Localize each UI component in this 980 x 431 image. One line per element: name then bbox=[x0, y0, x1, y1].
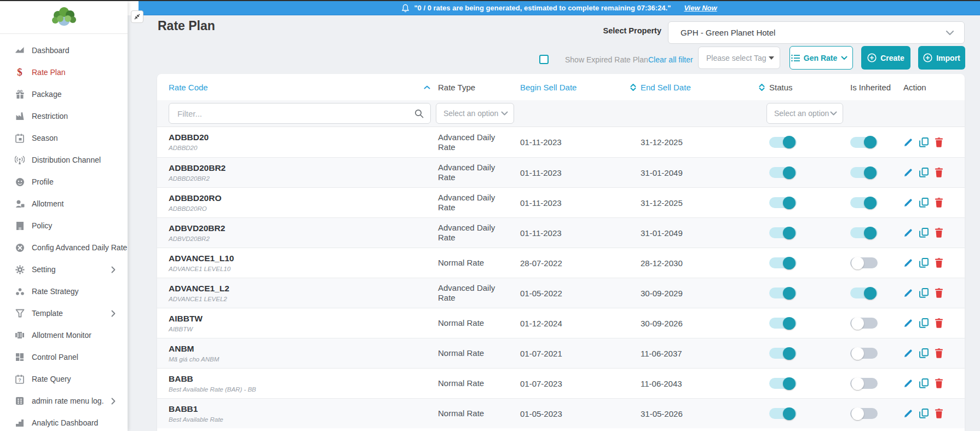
sidebar-item-label: Distribution Channel bbox=[32, 156, 101, 164]
gen-rate-button[interactable]: Gen Rate bbox=[789, 46, 853, 70]
delete-icon[interactable] bbox=[935, 378, 943, 388]
sidebar-item-policy[interactable]: Policy bbox=[0, 215, 128, 237]
column-header-is-inherited[interactable]: Is Inherited bbox=[850, 83, 903, 92]
edit-icon[interactable] bbox=[903, 198, 913, 208]
sidebar-item-rate-query[interactable]: ?Rate Query bbox=[0, 368, 128, 390]
status-toggle[interactable] bbox=[769, 408, 797, 419]
sidebar-item-config-advanced-daily-rate[interactable]: Config Advanced Daily Rate bbox=[0, 237, 128, 258]
edit-icon[interactable] bbox=[903, 378, 913, 388]
is-inherited-toggle[interactable] bbox=[850, 257, 878, 268]
gift-icon bbox=[15, 89, 25, 99]
status-toggle[interactable] bbox=[769, 227, 797, 238]
sidebar-item-package[interactable]: Package bbox=[0, 83, 128, 105]
copy-icon[interactable] bbox=[919, 378, 929, 388]
clear-all-filter-link[interactable]: Clear all filter bbox=[648, 55, 693, 64]
delete-icon[interactable] bbox=[935, 198, 943, 208]
panel-icon bbox=[15, 352, 25, 362]
sidebar-item-season[interactable]: Season bbox=[0, 127, 128, 149]
sidebar-collapse-button[interactable] bbox=[131, 10, 143, 23]
is-inherited-toggle[interactable] bbox=[850, 227, 878, 238]
column-header-status[interactable]: Status bbox=[769, 83, 850, 92]
show-expired-checkbox[interactable] bbox=[539, 55, 549, 64]
status-toggle[interactable] bbox=[769, 348, 797, 359]
delete-icon[interactable] bbox=[935, 137, 943, 147]
create-button[interactable]: Create bbox=[861, 46, 910, 70]
sidebar-item-setting[interactable]: Setting bbox=[0, 258, 128, 280]
column-header-rate-code[interactable]: Rate Code bbox=[169, 83, 438, 92]
sidebar-item-dashboard[interactable]: Dashboard bbox=[0, 39, 128, 61]
sidebar-item-profile[interactable]: Profile bbox=[0, 171, 128, 193]
edit-icon[interactable] bbox=[903, 168, 913, 177]
copy-icon[interactable] bbox=[919, 409, 929, 418]
edit-icon[interactable] bbox=[903, 409, 913, 418]
copy-icon[interactable] bbox=[919, 288, 929, 298]
sidebar-item-distribution-channel[interactable]: Distribution Channel bbox=[0, 149, 128, 171]
copy-icon[interactable] bbox=[919, 198, 929, 208]
sidebar-item-allotment[interactable]: Allotment bbox=[0, 193, 128, 215]
delete-icon[interactable] bbox=[935, 168, 943, 177]
column-header-rate-type[interactable]: Rate Type bbox=[438, 83, 520, 92]
rate-type-filter-select[interactable]: Select an option bbox=[436, 103, 514, 124]
edit-icon[interactable] bbox=[903, 258, 913, 268]
is-inherited-toggle[interactable] bbox=[850, 197, 878, 208]
sidebar-item-template[interactable]: Template bbox=[0, 302, 128, 324]
edit-icon[interactable] bbox=[903, 228, 913, 238]
delete-icon[interactable] bbox=[935, 228, 943, 238]
is-inherited-toggle[interactable] bbox=[850, 348, 878, 359]
status-toggle[interactable] bbox=[769, 257, 797, 268]
copy-icon[interactable] bbox=[919, 228, 929, 238]
column-header-begin-sell-date[interactable]: Begin Sell Date bbox=[520, 83, 641, 92]
sort-both-icon[interactable] bbox=[759, 84, 765, 91]
sidebar-item-analytic-dashboard[interactable]: Analytic Dashboard bbox=[0, 412, 128, 431]
is-inherited-toggle[interactable] bbox=[850, 167, 878, 178]
status-toggle[interactable] bbox=[769, 137, 797, 148]
edit-icon[interactable] bbox=[903, 348, 913, 358]
status-toggle[interactable] bbox=[769, 197, 797, 208]
copy-icon[interactable] bbox=[919, 318, 929, 328]
view-now-link[interactable]: View Now bbox=[684, 4, 717, 12]
import-button[interactable]: Import bbox=[918, 46, 965, 70]
delete-icon[interactable] bbox=[935, 409, 943, 418]
column-header-end-sell-date[interactable]: End Sell Date bbox=[641, 83, 769, 92]
property-select[interactable]: GPH - Green Planet Hotel bbox=[668, 21, 965, 44]
broadcast-icon bbox=[15, 155, 25, 165]
status-toggle[interactable] bbox=[769, 167, 797, 178]
edit-icon[interactable] bbox=[903, 288, 913, 298]
status-filter-select[interactable]: Select an option bbox=[766, 103, 843, 124]
rate-code: BABB bbox=[169, 373, 438, 384]
copy-icon[interactable] bbox=[919, 168, 929, 177]
edit-icon[interactable] bbox=[903, 137, 913, 147]
is-inherited-toggle[interactable] bbox=[850, 318, 878, 329]
sidebar-item-label: Config Advanced Daily Rate bbox=[32, 243, 127, 252]
sidebar-item-admin-rate-menu-log-[interactable]: admin rate menu log. bbox=[0, 390, 128, 412]
rate-code-filter-input[interactable]: Filter... bbox=[169, 103, 431, 124]
copy-icon[interactable] bbox=[919, 258, 929, 268]
delete-icon[interactable] bbox=[935, 318, 943, 328]
logo[interactable] bbox=[0, 1, 128, 34]
sidebar-item-rate-strategy[interactable]: Rate Strategy bbox=[0, 280, 128, 302]
tag-select[interactable]: Please select Tag bbox=[698, 47, 780, 69]
sort-both-icon[interactable] bbox=[630, 84, 636, 91]
sidebar-item-control-panel[interactable]: Control Panel bbox=[0, 346, 128, 368]
sidebar-item-rate-plan[interactable]: $Rate Plan bbox=[0, 61, 128, 83]
status-toggle[interactable] bbox=[769, 288, 797, 298]
delete-icon[interactable] bbox=[935, 288, 943, 298]
is-inherited-toggle[interactable] bbox=[850, 137, 878, 148]
delete-icon[interactable] bbox=[935, 348, 943, 358]
is-inherited-toggle[interactable] bbox=[850, 288, 878, 298]
status-toggle[interactable] bbox=[769, 378, 797, 389]
sidebar-item-allotment-monitor[interactable]: Allotment Monitor bbox=[0, 324, 128, 346]
is-inherited-toggle[interactable] bbox=[850, 378, 878, 389]
sort-asc-icon[interactable] bbox=[424, 85, 430, 89]
sidebar-item-restriction[interactable]: Restriction bbox=[0, 105, 128, 127]
copy-icon[interactable] bbox=[919, 348, 929, 358]
edit-icon[interactable] bbox=[903, 318, 913, 328]
delete-icon[interactable] bbox=[935, 258, 943, 268]
copy-icon[interactable] bbox=[919, 137, 929, 147]
end-sell-date: 30-09-2026 bbox=[641, 319, 769, 328]
status-toggle[interactable] bbox=[769, 318, 797, 329]
is-inherited-toggle[interactable] bbox=[850, 408, 878, 419]
sidebar-item-label: Allotment Monitor bbox=[32, 331, 91, 340]
table-row: ADVANCE1_L2 ADVANCE1 LEVEL2 Advanced Dai… bbox=[157, 278, 965, 308]
begin-sell-date: 01-05-2022 bbox=[520, 289, 641, 298]
